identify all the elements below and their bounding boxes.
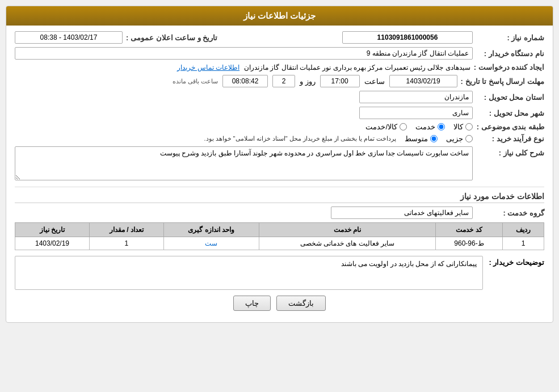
- buyer-station-input: [15, 47, 473, 60]
- category-kala-khedmat-radio[interactable]: [400, 123, 407, 130]
- buyer-notes-section: توضیحات خریدار : پیمانکارانی که از محل ب…: [15, 256, 544, 290]
- services-table-body: 1 ط-96-960 سایر فعالیت های خدماتی شخصی س…: [15, 237, 544, 250]
- province-row: استان محل تحویل :: [15, 91, 544, 103]
- buyer-station-row: نام دستگاه خریدار :: [15, 47, 544, 60]
- print-button[interactable]: چاپ: [233, 296, 271, 311]
- time-remain-label: ساعت باقی مانده: [173, 78, 218, 85]
- purchase-motevaset-label: متوسط: [405, 134, 428, 143]
- services-table: ردیف کد خدمت نام خدمت واحد اندازه گیری ت…: [15, 222, 544, 250]
- buyer-notes-box: پیمانکارانی که از محل بازدید در اولویت م…: [15, 256, 483, 290]
- purchase-type-row: نوع فرآیند خرید : جزیی متوسط پرداخت تمام…: [15, 134, 544, 143]
- time-remain-input: [222, 75, 268, 87]
- category-khedmat-label: خدمت: [415, 123, 435, 131]
- general-desc-row: شرح کلی نیاز : <span data-bind="fields.g…: [15, 146, 544, 182]
- category-radio-group: کالا خدمت کالا/خدمت: [365, 123, 473, 131]
- send-days-input: [272, 75, 295, 87]
- category-kala-label: کالا: [453, 123, 463, 131]
- purchase-jozi-label: جزیی: [446, 134, 463, 143]
- card-header: جزئیات اطلاعات نیاز: [6, 6, 553, 26]
- buttons-row: بازگشت چاپ: [15, 296, 544, 317]
- purchase-note: پرداخت تمام یا بخشی از مبلغ خریداز محل "…: [204, 135, 396, 142]
- request-creator-row: ایجاد کننده درخواست : سیدهادی جلالی رئیس…: [15, 63, 544, 71]
- col-quantity: تعداد / مقدار: [89, 223, 163, 237]
- col-row-num: ردیف: [502, 223, 544, 237]
- table-row: 1 ط-96-960 سایر فعالیت های خدماتی شخصی س…: [15, 237, 544, 250]
- cell-quantity: 1: [89, 237, 163, 250]
- request-creator-value: سیدهادی جلالی رئیس تعمیرات مرکز بهره برد…: [244, 64, 470, 71]
- province-input: [359, 91, 473, 103]
- city-input: [359, 107, 473, 119]
- cell-service-code: ط-96-960: [436, 237, 503, 250]
- province-label: استان محل تحویل :: [476, 93, 544, 102]
- service-group-row: گروه خدمت :: [15, 206, 544, 219]
- category-khedmat: خدمت: [415, 123, 445, 131]
- announce-date-label: تاریخ و ساعت اعلان عمومی :: [126, 33, 217, 42]
- send-time-input: [320, 75, 360, 87]
- category-label: طبقه بندی موضوعی :: [476, 123, 544, 131]
- buyer-station-label: نام دستگاه خریدار :: [476, 49, 544, 58]
- cell-row-num: 1: [502, 237, 544, 250]
- back-button[interactable]: بازگشت: [276, 296, 326, 311]
- send-date-row: مهلت ارسال پاسخ تا تاریخ : ساعت روز و سا…: [15, 75, 544, 87]
- service-group-input: [331, 206, 473, 219]
- col-service-name: نام خدمت: [259, 223, 436, 237]
- page-wrapper: جزئیات اطلاعات نیاز شماره نیاز : تاریخ و…: [0, 0, 559, 392]
- cell-unit: ست: [163, 237, 259, 250]
- send-date-label: مهلت ارسال پاسخ تا تاریخ :: [461, 77, 544, 86]
- buyer-notes-label: توضیحات خریدار :: [489, 256, 544, 267]
- section-divider-1: [15, 187, 544, 187]
- card-body: شماره نیاز : تاریخ و ساعت اعلان عمومی : …: [6, 26, 553, 322]
- send-days-label: روز و: [300, 77, 316, 86]
- announce-date-input: [15, 31, 123, 44]
- services-section-title: اطلاعات خدمات مورد نیاز: [15, 192, 544, 203]
- category-kala-radio[interactable]: [465, 123, 473, 130]
- main-card: جزئیات اطلاعات نیاز شماره نیاز : تاریخ و…: [6, 6, 553, 323]
- general-desc-label: شرح کلی نیاز :: [476, 146, 544, 157]
- need-number-label: شماره نیاز :: [476, 33, 544, 42]
- purchase-jozi: جزیی: [446, 134, 473, 143]
- buyer-notes-value: پیمانکارانی که از محل بازدید در اولویت م…: [341, 260, 477, 268]
- col-date: تاریخ نیاز: [15, 223, 90, 237]
- request-creator-label: ایجاد کننده درخواست :: [474, 63, 544, 71]
- send-time-label: ساعت: [364, 77, 385, 86]
- service-group-label: گروه خدمت :: [476, 209, 544, 217]
- need-number-row: شماره نیاز : تاریخ و ساعت اعلان عمومی :: [15, 31, 544, 44]
- need-number-input: [342, 31, 473, 44]
- col-unit: واحد اندازه گیری: [163, 223, 259, 237]
- send-date-input: [389, 75, 457, 87]
- purchase-motevaset: متوسط: [405, 134, 438, 143]
- category-row: طبقه بندی موضوعی : کالا خدمت کالا/خدمت: [15, 123, 544, 131]
- category-kala: کالا: [453, 123, 473, 131]
- general-desc-textarea[interactable]: <span data-bind="fields.general_desc_val…: [15, 146, 473, 180]
- contact-link[interactable]: اطلاعات تماس خریدار: [177, 64, 239, 71]
- services-table-header-row: ردیف کد خدمت نام خدمت واحد اندازه گیری ت…: [15, 223, 544, 237]
- purchase-motevaset-radio[interactable]: [430, 135, 438, 142]
- page-title: جزئیات اطلاعات نیاز: [243, 11, 316, 20]
- purchase-type-label: نوع فرآیند خرید :: [476, 134, 544, 143]
- city-row: شهر محل تحویل :: [15, 107, 544, 119]
- cell-date: 1403/02/19: [15, 237, 90, 250]
- services-table-header: ردیف کد خدمت نام خدمت واحد اندازه گیری ت…: [15, 223, 544, 237]
- cell-service-name: سایر فعالیت های خدماتی شخصی: [259, 237, 436, 250]
- category-khedmat-radio[interactable]: [438, 123, 445, 130]
- category-kala-khedmat: کالا/خدمت: [365, 123, 407, 131]
- city-label: شهر محل تحویل :: [476, 109, 544, 117]
- category-kala-khedmat-label: کالا/خدمت: [365, 123, 397, 131]
- purchase-jozi-radio[interactable]: [465, 135, 473, 142]
- purchase-radio-group: جزیی متوسط: [405, 134, 473, 143]
- col-service-code: کد خدمت: [436, 223, 503, 237]
